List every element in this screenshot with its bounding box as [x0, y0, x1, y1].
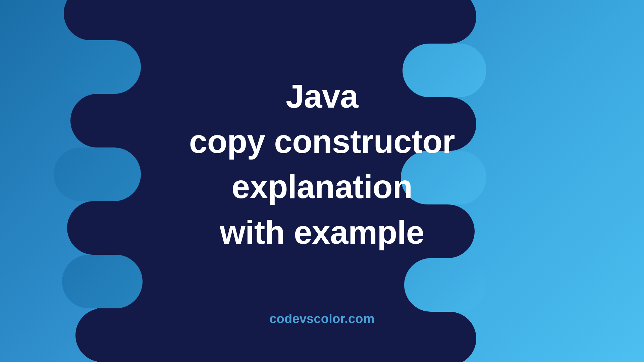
- title-line-4: with example: [0, 210, 644, 255]
- blob-left-bump-1: [64, 0, 151, 40]
- blob-right-bump-1: [392, 0, 476, 44]
- blob-top-left-lobe: [148, 0, 248, 27]
- blob-top-right-lobe: [302, 0, 396, 27]
- title-line-2: copy constructor: [0, 119, 644, 164]
- banner-title: Java copy constructor explanation with e…: [0, 74, 644, 255]
- banner-canvas: Java copy constructor explanation with e…: [0, 0, 644, 362]
- title-line-3: explanation: [0, 164, 644, 209]
- title-line-1: Java: [0, 74, 644, 119]
- blob-left-notch-3: [62, 255, 143, 308]
- site-watermark: codevscolor.com: [0, 312, 644, 326]
- blob-right-notch-3: [404, 258, 486, 312]
